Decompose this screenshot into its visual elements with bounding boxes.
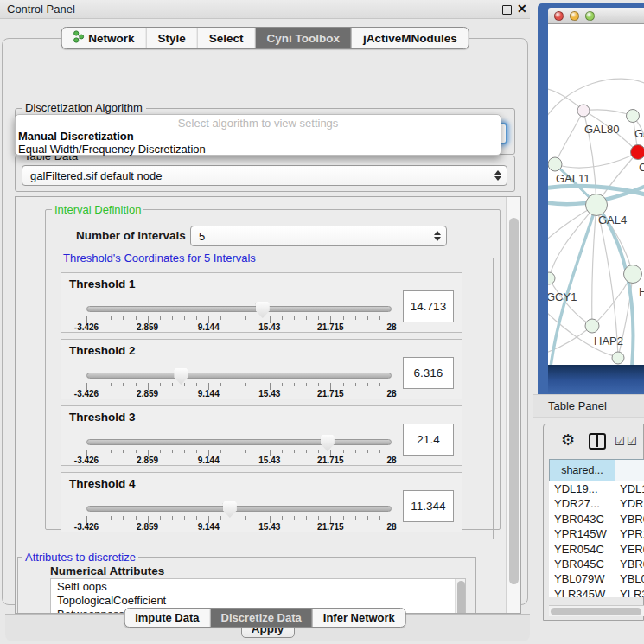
tab-label: Network [88, 32, 134, 45]
split-columns-icon[interactable] [589, 433, 606, 450]
tab-impute-data[interactable]: Impute Data [124, 609, 210, 627]
zoom-traffic-light-icon[interactable] [585, 11, 595, 21]
table-row[interactable]: YDL19...YDL1 [549, 481, 644, 496]
threshold-value-field[interactable]: 6.316 [403, 357, 454, 389]
close-traffic-light-icon[interactable] [554, 11, 564, 21]
tick-label: 21.715 [317, 389, 344, 399]
GAL4-node[interactable] [586, 194, 608, 216]
node-table[interactable]: shared... n YDL19...YDL1YDR27...YDR2YBR0… [549, 459, 644, 597]
tick-mark [245, 516, 246, 520]
tab-select[interactable]: Select [198, 28, 256, 48]
tab-network[interactable]: Network [61, 28, 146, 48]
attributes-scrollbar[interactable] [455, 579, 465, 614]
tab-infer-network[interactable]: Infer Network [313, 609, 405, 627]
HAP2-node[interactable] [585, 319, 599, 333]
GAL80-node[interactable] [577, 105, 590, 117]
tick-label: 28 [386, 456, 396, 465]
list-item[interactable]: SelfLoops [51, 579, 465, 593]
dropdown-hint-option[interactable]: Select algorithm to view settings [16, 117, 501, 130]
top-tab-bar: NetworkStyleSelectCyni ToolboxjActiveMNo… [61, 27, 469, 49]
tick-mark [343, 516, 344, 520]
tick-mark [99, 516, 99, 520]
table-data-combobox[interactable]: galFiltered.sif default node [22, 165, 507, 186]
table-row[interactable]: YBR043CYBR0 [549, 512, 644, 526]
checkbox-icon[interactable]: ☑ [615, 435, 625, 448]
tick-mark [294, 450, 295, 453]
tick-mark [367, 316, 368, 320]
cell-shared-name: YLR345W [554, 588, 605, 597]
slider-track[interactable] [86, 373, 392, 379]
tick-mark [379, 383, 380, 386]
unnamed-node-top[interactable] [627, 110, 640, 123]
table-row[interactable]: YDR27...YDR2 [549, 496, 644, 511]
gray-edge[interactable] [555, 152, 638, 168]
table-row[interactable]: YER054CYER0 [549, 542, 644, 557]
gray-edge[interactable] [555, 111, 583, 164]
tab-style[interactable]: Style [146, 28, 197, 48]
table-row[interactable]: YBR045CYBR0 [549, 557, 644, 571]
red-node[interactable] [631, 145, 644, 160]
teal-edge[interactable] [551, 205, 596, 365]
number-of-intervals-combobox[interactable]: 5 [190, 226, 447, 246]
settings-scrollbar-thumb[interactable] [509, 218, 519, 584]
table-horizontal-scrollbar[interactable] [549, 605, 644, 616]
close-icon[interactable]: ✕ [517, 2, 527, 16]
tick-mark [160, 450, 161, 453]
control-panel-titlebar: Control Panel ✕ [0, 0, 530, 19]
cell-shared-name: YBR045C [554, 558, 604, 571]
network-view-canvas[interactable]: GAL80GALCGAL11GAL4GCY1HHAP2 [548, 24, 644, 365]
cell-name: YPR1 [620, 527, 644, 540]
tick-label: 9.144 [198, 389, 220, 399]
node-label: GCY1 [548, 290, 577, 303]
tab-cyni-toolbox[interactable]: Cyni Toolbox [256, 28, 353, 48]
tick-mark [184, 450, 185, 453]
threshold-label: Threshold 4 [69, 477, 136, 490]
network-window-titlebar[interactable] [548, 8, 644, 24]
threshold-value-field[interactable]: 11.344 [403, 490, 454, 522]
checkbox-icon[interactable]: ☑ [627, 435, 637, 448]
tick-mark [196, 450, 197, 453]
bottom-tab-bar: Impute DataDiscretize DataInfer Network [124, 608, 406, 628]
list-item[interactable]: TopologicalCoefficient [51, 593, 465, 607]
settings-scroll-pane: Interval Definition Number of Intervals … [15, 196, 521, 614]
table-row[interactable]: YLR345WYLR3 [549, 587, 644, 597]
column-header-name[interactable]: n [615, 459, 644, 481]
tab-jactivemnodules[interactable]: jActiveMNodules [352, 28, 469, 48]
tick-mark [136, 316, 137, 320]
slider-track[interactable] [86, 439, 392, 445]
tab-label: Discretize Data [221, 611, 302, 624]
slider-track[interactable] [86, 306, 392, 312]
threshold-value-field[interactable]: 21.4 [403, 424, 454, 456]
threshold-value-field[interactable]: 14.713 [403, 290, 454, 322]
gray-edge[interactable] [549, 205, 596, 278]
gray-edge[interactable] [592, 205, 596, 326]
tick-mark [343, 316, 344, 320]
attributes-scrollbar-thumb[interactable] [457, 581, 465, 614]
slider-track[interactable] [86, 506, 392, 512]
tick-label: 2.859 [137, 456, 158, 465]
slider-ticks [86, 316, 392, 323]
table-row[interactable]: YBL079WYBL0 [549, 571, 644, 586]
column-header-shared-name[interactable]: shared... [549, 459, 615, 481]
tick-mark [318, 450, 319, 453]
dropdown-option-2[interactable]: Equal Width/Frequency Discretization [18, 143, 206, 156]
table-row[interactable]: YPR145WYPR1 [549, 526, 644, 541]
tick-mark [258, 516, 258, 520]
bottom-cut-node[interactable] [612, 352, 624, 364]
minimize-traffic-light-icon[interactable] [570, 11, 579, 21]
tab-discretize-data[interactable]: Discretize Data [211, 609, 313, 627]
tab-label: Cyni Toolbox [267, 32, 341, 45]
GAL11-node[interactable] [548, 157, 562, 171]
settings-scrollbar[interactable] [506, 197, 520, 613]
float-window-icon[interactable] [502, 5, 512, 15]
gear-icon[interactable]: ⚙ [561, 430, 575, 450]
tick-mark [111, 316, 112, 320]
H-node[interactable] [624, 265, 642, 284]
GCY1-node[interactable] [548, 272, 555, 284]
cell-shared-name: YDL19... [554, 482, 598, 495]
control-panel-window: Control Panel ✕ NetworkStyleSelectCyni T… [0, 0, 530, 644]
table-scrollbar-thumb[interactable] [551, 608, 641, 615]
tab-label: jActiveMNodules [363, 32, 457, 45]
tick-label: 15.43 [258, 389, 280, 399]
dropdown-option-1[interactable]: Manual Discretization [18, 130, 134, 143]
